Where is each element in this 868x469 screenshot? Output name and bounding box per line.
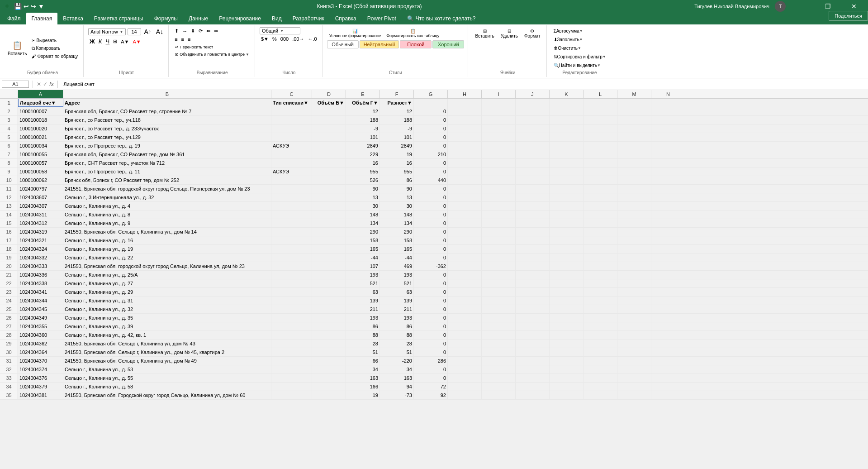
cell-N[interactable] — [651, 374, 685, 382]
cell-a[interactable]: 1024004311 — [18, 211, 63, 219]
cell-H[interactable] — [448, 383, 482, 391]
cell-g[interactable]: 0 — [414, 348, 448, 356]
cell-J[interactable] — [516, 279, 550, 287]
cell-e[interactable]: 86 — [346, 322, 380, 330]
cell-b[interactable]: Сельцо г., Калинина ул., д. 55 — [63, 374, 271, 382]
cell-J[interactable] — [516, 142, 550, 150]
cell-f[interactable]: 28 — [380, 340, 414, 348]
cell-L[interactable] — [583, 142, 617, 150]
cell-e[interactable]: 158 — [346, 236, 380, 244]
cell-f[interactable]: 13 — [380, 193, 414, 201]
cell-b[interactable]: Брянск г., со Прогресс тер., д. 19 — [63, 142, 271, 150]
cell-I[interactable] — [482, 288, 516, 296]
cell-M[interactable] — [617, 193, 651, 201]
decrease-font-button[interactable]: A↓ — [155, 27, 165, 36]
cell-I[interactable] — [482, 322, 516, 330]
cell-K[interactable] — [550, 168, 583, 176]
cell-f[interactable]: 12 — [380, 107, 414, 115]
cell-c[interactable] — [271, 159, 312, 167]
cell-d[interactable] — [312, 202, 346, 210]
cell-N[interactable] — [651, 271, 685, 279]
cell-J[interactable] — [516, 245, 550, 253]
cell-a[interactable]: 1000100020 — [18, 124, 63, 133]
cell-J[interactable] — [516, 322, 550, 330]
cell-L[interactable] — [583, 262, 617, 270]
cell-L[interactable] — [583, 116, 617, 124]
cell-M[interactable] — [617, 271, 651, 279]
cell-g[interactable]: 0 — [414, 124, 448, 133]
cell-f[interactable]: 86 — [380, 322, 414, 330]
cell-g[interactable]: 440 — [414, 176, 448, 184]
cell-N[interactable] — [651, 185, 685, 193]
cell-H[interactable] — [448, 150, 482, 158]
cell-H[interactable] — [448, 124, 482, 133]
cell-f[interactable]: 521 — [380, 279, 414, 287]
cell-a[interactable]: 1024004324 — [18, 245, 63, 253]
border-button[interactable]: ⊞ — [112, 38, 119, 45]
cell-d1[interactable]: Объём Б▼ — [312, 99, 346, 107]
cell-M[interactable] — [617, 314, 651, 322]
delete-button[interactable]: ⊟ Удалить — [498, 27, 520, 40]
cell-f[interactable]: 63 — [380, 288, 414, 296]
bold-button[interactable]: Ж — [88, 37, 96, 46]
cell-H[interactable] — [448, 107, 482, 115]
italic-button[interactable]: К — [97, 37, 104, 46]
cell-d[interactable] — [312, 176, 346, 184]
cell-f[interactable]: 211 — [380, 305, 414, 313]
cell-M[interactable] — [617, 391, 651, 399]
qat-dropdown[interactable]: ▼ — [38, 3, 44, 10]
cell-e[interactable]: 134 — [346, 219, 380, 227]
cell-d[interactable] — [312, 314, 346, 322]
cell-K[interactable] — [550, 236, 583, 244]
qat-undo[interactable]: ↩ — [24, 3, 29, 10]
cell-N[interactable] — [651, 279, 685, 287]
cell-g[interactable]: 0 — [414, 116, 448, 124]
cell-H[interactable] — [448, 185, 482, 193]
cell-e[interactable]: 165 — [346, 245, 380, 253]
cell-f[interactable]: 30 — [380, 202, 414, 210]
cell-g[interactable]: 210 — [414, 150, 448, 158]
cell-N[interactable] — [651, 365, 685, 373]
autosum-button[interactable]: Σ Автосумма ▼ — [551, 27, 585, 35]
cell-e[interactable]: 63 — [346, 288, 380, 296]
cell-L[interactable] — [583, 245, 617, 253]
cell-I[interactable] — [482, 254, 516, 262]
cell-e[interactable]: 139 — [346, 297, 380, 305]
cell-b[interactable]: Сельцо г., Калинина ул., д. 9 — [63, 219, 271, 227]
cell-N[interactable] — [651, 211, 685, 219]
cell-I[interactable] — [482, 391, 516, 399]
cell-M[interactable] — [617, 262, 651, 270]
cell-L[interactable] — [583, 228, 617, 236]
cell-I[interactable] — [482, 228, 516, 236]
cell-c[interactable] — [271, 314, 312, 322]
cell-K[interactable] — [550, 107, 583, 115]
cell-M[interactable] — [617, 297, 651, 305]
cell-g[interactable]: 0 — [414, 107, 448, 115]
cell-J[interactable] — [516, 288, 550, 296]
cell-g[interactable]: 0 — [414, 254, 448, 262]
cell-L[interactable] — [583, 297, 617, 305]
cell-b[interactable]: Брянск обл, Брянск г, СО Рассвет тер, до… — [63, 176, 271, 184]
cell-K[interactable] — [550, 365, 583, 373]
cell-g[interactable]: -362 — [414, 262, 448, 270]
cell-J[interactable] — [516, 271, 550, 279]
align-top-button[interactable]: ⬆ — [173, 27, 180, 35]
cell-M[interactable] — [617, 107, 651, 115]
cell-J[interactable] — [516, 365, 550, 373]
format-button[interactable]: ⚙ Формат — [522, 27, 543, 40]
cell-e[interactable]: 28 — [346, 340, 380, 348]
cell-e[interactable]: 13 — [346, 193, 380, 201]
cell-M[interactable] — [617, 365, 651, 373]
cell-g[interactable]: 0 — [414, 228, 448, 236]
cell-L[interactable] — [583, 357, 617, 365]
cell-M[interactable] — [617, 116, 651, 124]
cell-b[interactable]: Сельцо г., Калинина ул., д. 22 — [63, 254, 271, 262]
cell-b[interactable]: Сельцо г., Калинина ул., д. 16 — [63, 236, 271, 244]
cell-e[interactable]: 107 — [346, 262, 380, 270]
tab-search[interactable]: 🔍 Что вы хотите сделать? — [402, 13, 481, 24]
cell-N[interactable] — [651, 133, 685, 141]
cell-d[interactable] — [312, 107, 346, 115]
cell-J[interactable] — [516, 391, 550, 399]
cell-I[interactable] — [482, 176, 516, 184]
cell-c[interactable] — [271, 305, 312, 313]
